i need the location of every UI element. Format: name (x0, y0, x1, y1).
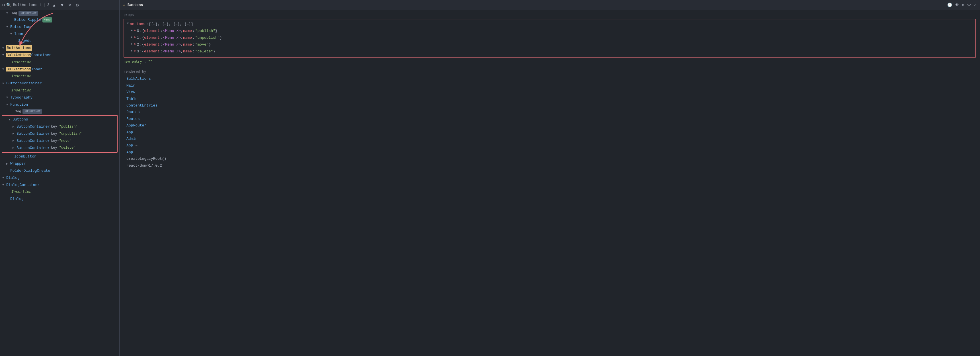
tree-item-bulkactionscontainer[interactable]: ▼ BulkActionsContainer (0, 52, 119, 59)
component-name-buttonicon: ButtonIcon (10, 24, 32, 30)
rendered-item-app-2[interactable]: App (126, 149, 976, 156)
toggle-arrow: ▶ (13, 139, 15, 143)
tree-item-buttoncontainer-publish[interactable]: ▶ ButtonContainer key="publish" (2, 123, 117, 130)
toggle-arrow: ▼ (2, 183, 5, 188)
circle-x-1: ⊗ (134, 35, 136, 40)
rendered-item-approuter[interactable]: AppRouter (126, 122, 976, 129)
toggle-arrow: ▼ (6, 95, 9, 100)
tree-item-tag-forwardref[interactable]: Tag ForwardRef (0, 108, 119, 114)
component-name-wrapper: Wrapper (10, 161, 26, 167)
tree-item-buttons[interactable]: ▼ Buttons (2, 116, 117, 123)
rendered-item-view[interactable]: View (126, 89, 976, 95)
component-name-buttonripple: ButtonRipple (14, 17, 41, 23)
expand-icon[interactable]: ⤢ (974, 3, 977, 7)
tree-item-bulkactions[interactable]: ▼ BulkActions (0, 45, 119, 52)
prop-obj-key-element-0: element (144, 28, 160, 34)
expand-triangle-3[interactable]: ▶ (131, 48, 133, 53)
left-panel: ▼ Tag ForwardRef ButtonRipple Memo ▼ But… (0, 10, 119, 356)
tree-item-buttoncontainer-delete[interactable]: ▶ ButtonContainer key="delete" (2, 145, 117, 152)
expand-triangle-0[interactable]: ▶ (131, 28, 133, 33)
tree-item-insertion-1[interactable]: Insertion (0, 59, 119, 66)
tree-item-buttonripple[interactable]: ButtonRipple Memo (0, 16, 119, 24)
new-entry-value: "" (148, 60, 152, 64)
rendered-item-app-eq[interactable]: App = (126, 142, 976, 149)
component-name-buttoncontainer-delete: ButtonContainer (16, 145, 50, 151)
tree-item-insertion-3[interactable]: Insertion (0, 87, 119, 94)
panel-title: Buttons (127, 3, 143, 7)
tree-item-folderdialogcreate[interactable]: FolderDialogCreate (0, 167, 119, 175)
insertion-label-2: Insertion (11, 73, 31, 79)
expand-triangle[interactable]: ▼ (127, 21, 129, 26)
main-layout: ▼ Tag ForwardRef ButtonRipple Memo ▼ But… (0, 10, 980, 356)
toggle-arrow: ▼ (6, 103, 9, 107)
tree-item-buttonscontainer[interactable]: ▼ ButtonsContainer (0, 80, 119, 87)
toggle-arrow (6, 60, 9, 65)
close-button[interactable]: ✕ (67, 2, 73, 8)
toggle-arrow (6, 74, 9, 79)
prop-tag-2: <Memo /> (163, 41, 181, 48)
tree-item-dialogcontainer[interactable]: ▼ DialogContainer (0, 182, 119, 189)
tree-item-dialog[interactable]: ▼ Dialog (0, 175, 119, 182)
tree-item[interactable]: ▼ Tag ForwardRef (0, 10, 119, 16)
circle-x-2: ⊗ (134, 41, 136, 47)
tree-item-iconbutton[interactable]: IconButton (0, 153, 119, 161)
rendered-item-contententries[interactable]: ContentEntries (126, 102, 976, 109)
forwardref-badge: ForwardRef (19, 11, 38, 16)
header-left: ⊟ 🔍 BulkActions 1 | 3 ▲ ▼ ✕ ⚙ (0, 0, 119, 10)
tree-item-bulkactionsinner[interactable]: ▼ BulkActionsInner (0, 66, 119, 73)
component-name-bulkactionsinner: BulkActionsInner (6, 67, 43, 73)
component-name-dialog-inner: Dialog (10, 196, 24, 202)
rendered-by-list: BulkActions Main View Table ContentEntri… (124, 75, 976, 168)
nav-down-button[interactable]: ▼ (59, 2, 65, 8)
toggle-arrow (6, 190, 9, 194)
prop-tag-1: <Memo /> (163, 35, 181, 41)
props-entry-action-1: ▶ ⊗ 1: { element : <Memo /> , name : "un… (127, 35, 973, 41)
rendered-item-table[interactable]: Table (126, 96, 976, 102)
prop-index-2: 2: (137, 41, 142, 48)
settings-button[interactable]: ⚙ (74, 2, 80, 8)
eye-icon[interactable]: 👁 (955, 3, 959, 7)
tree-item-wrapper[interactable]: ▶ Wrapper (0, 161, 119, 167)
props-red-box: ▼ actions : [{…}, {…}, {…}, {…}] ▶ ⊗ 0: … (124, 19, 976, 57)
circle-x-0: ⊗ (134, 28, 136, 33)
tree-item-icon[interactable]: ▼ Icon (0, 31, 119, 38)
tree-item-insertion-2[interactable]: Insertion (0, 73, 119, 80)
prop-obj-value-name-3: "delete" (195, 48, 213, 55)
rendered-item-routes-2[interactable]: Routes (126, 116, 976, 122)
rendered-item-app-1[interactable]: App (126, 129, 976, 135)
tree-item-buttonicon[interactable]: ▼ ButtonIcon (0, 24, 119, 31)
rendered-item-createlegacyroot: createLegacyRoot() (126, 156, 976, 162)
component-name-icon: Icon (14, 31, 23, 37)
toggle-arrow: ▶ (13, 132, 15, 136)
prop-index-0: 0: (137, 28, 142, 34)
prop-index-1: 1: (137, 35, 142, 41)
toggle-arrow (10, 109, 13, 114)
tree-item-svgadd[interactable]: SvgAdd (0, 38, 119, 45)
key-attr-unpublish: key="unpublish" (51, 131, 82, 137)
tag-keyword: Tag (11, 11, 17, 16)
rendered-item-bulkactions[interactable]: BulkActions (126, 75, 976, 82)
expand-triangle-1[interactable]: ▶ (131, 35, 133, 40)
gear-icon[interactable]: ⚙ (962, 3, 964, 7)
code-icon[interactable]: <> (967, 3, 971, 7)
menu-icon[interactable]: ⊟ (2, 3, 5, 7)
nav-up-button[interactable]: ▲ (51, 2, 57, 8)
tree-item-dialog-inner[interactable]: Dialog (0, 195, 119, 203)
rendered-item-admin[interactable]: Admin (126, 135, 976, 142)
toggle-arrow (6, 88, 9, 93)
rendered-item-routes-1[interactable]: Routes (126, 109, 976, 115)
tree-item-typography[interactable]: ▼ Typography (0, 94, 119, 102)
tree-item-function[interactable]: ▼ Function (0, 102, 119, 108)
tree-item-buttoncontainer-move[interactable]: ▶ ButtonContainer key="move" (2, 138, 117, 145)
tree-item-buttoncontainer-unpublish[interactable]: ▶ ButtonContainer key="unpublish" (2, 130, 117, 138)
clock-icon[interactable]: 🕐 (947, 3, 952, 7)
expand-triangle-2[interactable]: ▶ (131, 41, 133, 46)
rendered-item-main[interactable]: Main (126, 82, 976, 89)
search-icon[interactable]: 🔍 (6, 3, 11, 7)
nav-counter: 1 | 3 (39, 3, 49, 7)
prop-obj-key-name-0: name (183, 28, 192, 34)
tree-item-insertion-dialog[interactable]: Insertion (0, 189, 119, 195)
toggle-arrow: ▼ (6, 11, 9, 16)
component-name-dialogcontainer: DialogContainer (6, 182, 40, 188)
prop-tag-3: <Memo /> (163, 48, 181, 55)
